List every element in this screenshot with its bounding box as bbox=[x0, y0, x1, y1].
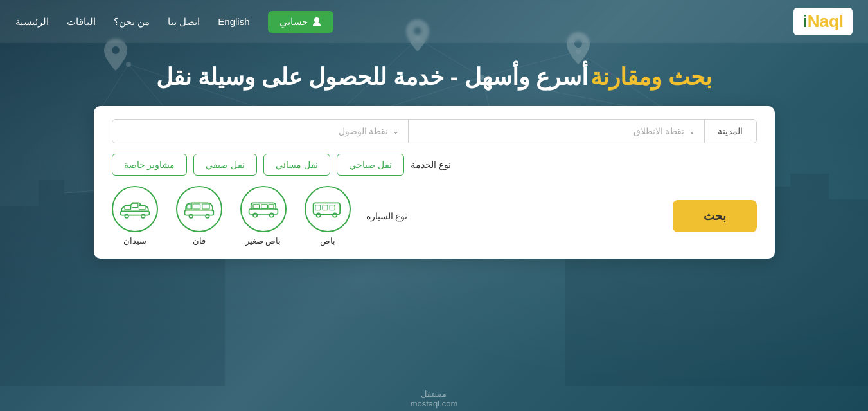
svg-rect-66 bbox=[120, 211, 149, 215]
vehicle-section: نوع السيارة bbox=[112, 186, 408, 246]
account-button[interactable]: حسابي bbox=[268, 11, 333, 33]
svg-rect-42 bbox=[790, 174, 829, 386]
vehicle-items: باص bbox=[112, 186, 351, 246]
nav-about[interactable]: من نحن؟ bbox=[114, 16, 150, 28]
search-button[interactable]: بحث bbox=[673, 200, 757, 232]
service-type-label: نوع الخدمة bbox=[411, 160, 451, 170]
vehicle-item-van[interactable]: فان bbox=[176, 186, 222, 246]
minibus-label: باص صغير bbox=[245, 236, 281, 246]
arrival-placeholder: نقطة الوصول bbox=[121, 126, 389, 136]
svg-rect-62 bbox=[193, 204, 200, 209]
departure-field[interactable]: ⌄ نقطة الانطلاق bbox=[409, 120, 704, 143]
chevron-departure-icon: ⌄ bbox=[689, 127, 695, 136]
hero-title-white: أسرع وأسهل - خدمة للحصول على وسيلة نقل bbox=[156, 64, 588, 90]
vehicle-item-minibus[interactable]: باص صغير bbox=[240, 186, 287, 246]
sedan-icon bbox=[120, 199, 150, 219]
bus-label: باص bbox=[320, 236, 335, 246]
account-label: حسابي bbox=[279, 16, 308, 28]
watermark-arabic: مستقل bbox=[411, 389, 458, 399]
svg-rect-29 bbox=[0, 206, 39, 386]
nav-links: حسابي English اتصل بنا من نحن؟ الباقات ا… bbox=[15, 11, 333, 33]
vehicle-row: بحث نوع السيارة bbox=[112, 186, 757, 246]
account-icon bbox=[312, 17, 322, 27]
svg-rect-55 bbox=[253, 205, 260, 208]
svg-rect-48 bbox=[330, 205, 335, 210]
service-evening[interactable]: نقل مسائي bbox=[263, 154, 330, 176]
nav-home[interactable]: الرئيسية bbox=[15, 16, 49, 28]
sedan-icon-circle bbox=[112, 186, 158, 232]
divider-1 bbox=[704, 120, 705, 143]
svg-rect-63 bbox=[202, 204, 209, 209]
vehicle-item-bus[interactable]: باص bbox=[305, 186, 351, 246]
svg-rect-57 bbox=[269, 205, 274, 208]
svg-rect-60 bbox=[184, 210, 213, 215]
chevron-arrival-icon: ⌄ bbox=[393, 127, 399, 136]
service-row: نوع الخدمة نقل صباحي نقل مسائي نقل صيفي … bbox=[112, 154, 757, 176]
city-label: المدينة bbox=[705, 120, 756, 143]
minibus-icon-circle bbox=[240, 186, 287, 232]
bus-icon bbox=[312, 199, 343, 219]
svg-rect-46 bbox=[315, 205, 320, 210]
service-private[interactable]: مشاوير خاصة bbox=[112, 154, 188, 176]
svg-point-44 bbox=[314, 17, 319, 23]
hero-title-yellow: بحث ومقارنة bbox=[590, 64, 712, 90]
nav-contact[interactable]: اتصل بنا bbox=[168, 16, 200, 28]
logo[interactable]: iNaql bbox=[793, 8, 853, 35]
van-label: فان bbox=[193, 236, 206, 246]
hero-section: iNaql حسابي English اتصل بنا من نحن؟ الب… bbox=[0, 0, 868, 411]
bus-icon-circle bbox=[305, 186, 351, 232]
hero-text-area: بحث ومقارنة أسرع وأسهل - خدمة للحصول على… bbox=[0, 43, 868, 106]
svg-rect-67 bbox=[132, 203, 138, 207]
search-box: المدينة ⌄ نقطة الانطلاق ⌄ نقطة الوصول نو… bbox=[94, 106, 775, 259]
watermark-domain: mostaql.com bbox=[411, 399, 458, 408]
van-icon-circle bbox=[176, 186, 222, 232]
sedan-label: سيدان bbox=[123, 236, 146, 246]
logo-text: iNaql bbox=[802, 12, 844, 32]
navbar: iNaql حسابي English اتصل بنا من نحن؟ الب… bbox=[0, 0, 868, 43]
nav-packages[interactable]: الباقات bbox=[67, 16, 96, 28]
vehicle-type-label: نوع السيارة bbox=[366, 211, 408, 221]
svg-rect-47 bbox=[323, 205, 328, 210]
arrival-field[interactable]: ⌄ نقطة الوصول bbox=[112, 120, 408, 143]
departure-placeholder: نقطة الانطلاق bbox=[418, 126, 685, 136]
service-summer[interactable]: نقل صيفي bbox=[193, 154, 257, 176]
divider-2 bbox=[408, 120, 409, 143]
service-morning[interactable]: نقل صباحي bbox=[337, 154, 404, 176]
svg-rect-54 bbox=[249, 209, 278, 214]
minibus-icon bbox=[248, 199, 279, 219]
location-row: المدينة ⌄ نقطة الانطلاق ⌄ نقطة الوصول bbox=[112, 119, 757, 143]
watermark: مستقل mostaql.com bbox=[411, 389, 458, 408]
van-icon bbox=[184, 199, 215, 219]
vehicle-item-sedan[interactable]: سيدان bbox=[112, 186, 158, 246]
svg-rect-43 bbox=[829, 199, 868, 386]
svg-rect-30 bbox=[39, 180, 64, 386]
svg-rect-56 bbox=[261, 205, 267, 208]
lang-switch[interactable]: English bbox=[218, 16, 249, 27]
svg-rect-31 bbox=[64, 193, 96, 386]
